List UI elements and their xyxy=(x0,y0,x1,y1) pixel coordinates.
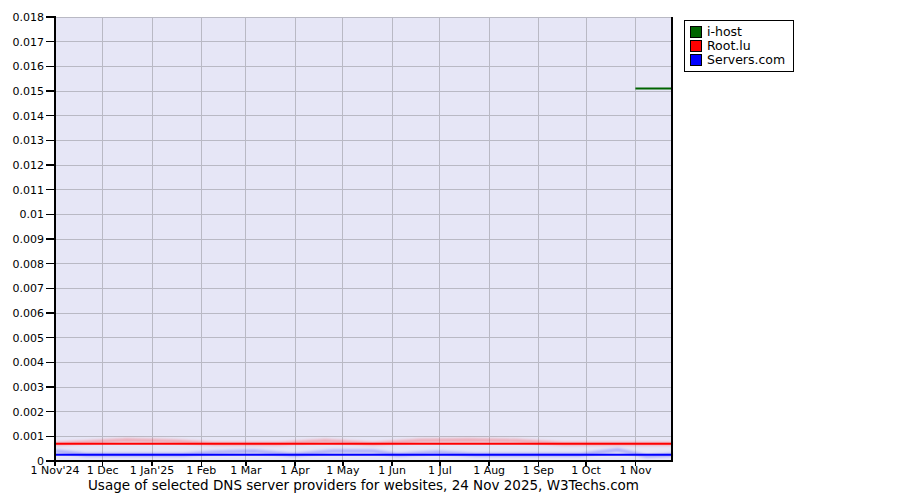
legend-item-i-host: i-host xyxy=(690,25,785,38)
legend-swatch-icon xyxy=(690,26,702,38)
x-tick-label: 1 Aug xyxy=(473,465,505,477)
x-tick-label: 1 Nov'24 xyxy=(31,465,80,477)
y-tick-label: 0.004 xyxy=(0,356,44,369)
y-tick-label: 0.007 xyxy=(0,282,44,295)
y-tick-label: 0.013 xyxy=(0,134,44,147)
legend: i-hostRoot.luServers.com xyxy=(684,20,794,72)
legend-label: Root.lu xyxy=(707,39,751,52)
legend-swatch-icon xyxy=(690,40,702,52)
x-tick-label: 1 May xyxy=(326,465,359,477)
y-tick-label: 0.009 xyxy=(0,233,44,246)
chart-window: 00.0010.0020.0030.0040.0050.0060.0070.00… xyxy=(0,0,900,500)
y-tick-label: 0.002 xyxy=(0,406,44,419)
y-tick-label: 0.008 xyxy=(0,258,44,271)
legend-item-servers-com: Servers.com xyxy=(690,53,785,66)
x-tick-label: 1 Dec xyxy=(87,465,119,477)
x-tick-label: 1 Jun xyxy=(378,465,406,477)
x-tick-label: 1 Sep xyxy=(523,465,554,477)
x-tick-label: 1 Jul xyxy=(428,465,452,477)
x-tick-label: 1 Feb xyxy=(186,465,216,477)
y-tick-label: 0.006 xyxy=(0,307,44,320)
chart-title: Usage of selected DNS server providers f… xyxy=(55,477,672,494)
y-tick-label: 0.003 xyxy=(0,381,44,394)
y-tick-label: 0.015 xyxy=(0,85,44,98)
y-tick-label: 0.016 xyxy=(0,60,44,73)
legend-swatch-icon xyxy=(690,54,702,66)
legend-label: Servers.com xyxy=(707,53,785,66)
y-tick-label: 0.014 xyxy=(0,110,44,123)
y-tick-label: 0.011 xyxy=(0,184,44,197)
y-tick-label: 0.018 xyxy=(0,11,44,24)
x-tick-label: 1 Jan'25 xyxy=(130,465,174,477)
legend-label: i-host xyxy=(707,25,742,38)
y-tick-label: 0.012 xyxy=(0,159,44,172)
x-tick-label: 1 Nov xyxy=(619,465,651,477)
x-tick-label: 1 Apr xyxy=(280,465,310,477)
y-tick-label: 0.017 xyxy=(0,36,44,49)
x-tick-label: 1 Mar xyxy=(230,465,261,477)
y-tick-label: 0.01 xyxy=(0,208,44,221)
chart-canvas xyxy=(0,0,900,500)
x-tick-label: 1 Oct xyxy=(571,465,601,477)
y-tick-label: 0.005 xyxy=(0,332,44,345)
y-tick-label: 0.001 xyxy=(0,430,44,443)
legend-item-root-lu: Root.lu xyxy=(690,39,785,52)
